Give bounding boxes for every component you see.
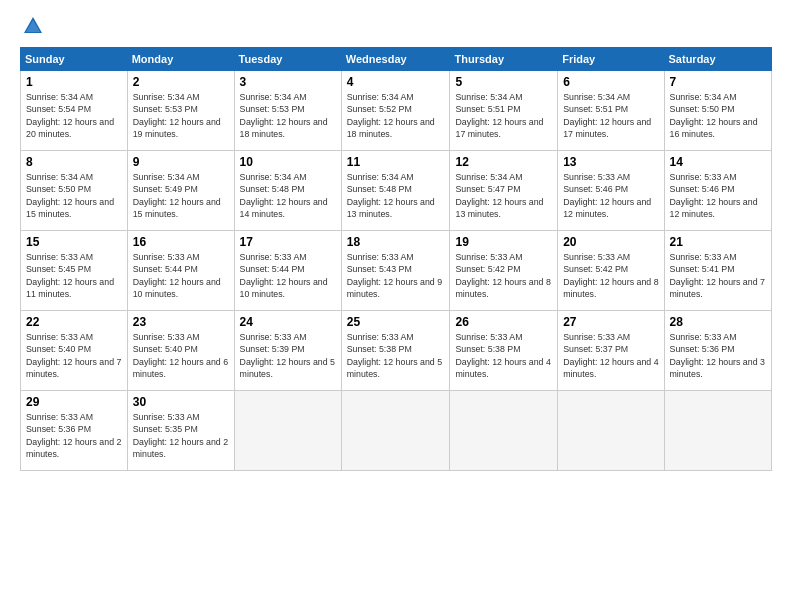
day-number: 24 — [240, 315, 336, 329]
day-number: 28 — [670, 315, 766, 329]
day-number: 9 — [133, 155, 229, 169]
day-info: Sunrise: 5:34 AMSunset: 5:48 PMDaylight:… — [347, 171, 445, 220]
logo — [20, 15, 44, 37]
day-number: 13 — [563, 155, 658, 169]
calendar-cell: 21Sunrise: 5:33 AMSunset: 5:41 PMDayligh… — [664, 231, 771, 311]
day-info: Sunrise: 5:33 AMSunset: 5:35 PMDaylight:… — [133, 411, 229, 460]
day-number: 6 — [563, 75, 658, 89]
day-number: 12 — [455, 155, 552, 169]
calendar-cell: 12Sunrise: 5:34 AMSunset: 5:47 PMDayligh… — [450, 151, 558, 231]
day-number: 8 — [26, 155, 122, 169]
day-number: 26 — [455, 315, 552, 329]
calendar-cell: 9Sunrise: 5:34 AMSunset: 5:49 PMDaylight… — [127, 151, 234, 231]
calendar-cell: 27Sunrise: 5:33 AMSunset: 5:37 PMDayligh… — [558, 311, 664, 391]
calendar-cell: 8Sunrise: 5:34 AMSunset: 5:50 PMDaylight… — [21, 151, 128, 231]
day-info: Sunrise: 5:34 AMSunset: 5:51 PMDaylight:… — [563, 91, 658, 140]
calendar-week-row: 1Sunrise: 5:34 AMSunset: 5:54 PMDaylight… — [21, 71, 772, 151]
day-number: 10 — [240, 155, 336, 169]
calendar-cell — [558, 391, 664, 471]
calendar-cell: 17Sunrise: 5:33 AMSunset: 5:44 PMDayligh… — [234, 231, 341, 311]
day-number: 5 — [455, 75, 552, 89]
day-info: Sunrise: 5:33 AMSunset: 5:42 PMDaylight:… — [455, 251, 552, 300]
calendar-cell: 6Sunrise: 5:34 AMSunset: 5:51 PMDaylight… — [558, 71, 664, 151]
day-number: 16 — [133, 235, 229, 249]
day-number: 19 — [455, 235, 552, 249]
calendar-cell: 22Sunrise: 5:33 AMSunset: 5:40 PMDayligh… — [21, 311, 128, 391]
header — [20, 15, 772, 37]
logo-icon — [22, 15, 44, 37]
day-number: 25 — [347, 315, 445, 329]
header-sunday: Sunday — [21, 48, 128, 71]
header-wednesday: Wednesday — [341, 48, 450, 71]
day-info: Sunrise: 5:34 AMSunset: 5:54 PMDaylight:… — [26, 91, 122, 140]
day-info: Sunrise: 5:34 AMSunset: 5:47 PMDaylight:… — [455, 171, 552, 220]
day-number: 11 — [347, 155, 445, 169]
calendar-cell: 24Sunrise: 5:33 AMSunset: 5:39 PMDayligh… — [234, 311, 341, 391]
calendar-cell — [450, 391, 558, 471]
day-number: 4 — [347, 75, 445, 89]
day-info: Sunrise: 5:33 AMSunset: 5:40 PMDaylight:… — [133, 331, 229, 380]
calendar-cell: 14Sunrise: 5:33 AMSunset: 5:46 PMDayligh… — [664, 151, 771, 231]
day-number: 17 — [240, 235, 336, 249]
day-number: 14 — [670, 155, 766, 169]
day-info: Sunrise: 5:33 AMSunset: 5:46 PMDaylight:… — [670, 171, 766, 220]
calendar-cell: 28Sunrise: 5:33 AMSunset: 5:36 PMDayligh… — [664, 311, 771, 391]
day-info: Sunrise: 5:33 AMSunset: 5:38 PMDaylight:… — [347, 331, 445, 380]
day-info: Sunrise: 5:34 AMSunset: 5:53 PMDaylight:… — [240, 91, 336, 140]
day-number: 2 — [133, 75, 229, 89]
day-number: 29 — [26, 395, 122, 409]
calendar-cell: 11Sunrise: 5:34 AMSunset: 5:48 PMDayligh… — [341, 151, 450, 231]
calendar-cell: 10Sunrise: 5:34 AMSunset: 5:48 PMDayligh… — [234, 151, 341, 231]
calendar-cell: 25Sunrise: 5:33 AMSunset: 5:38 PMDayligh… — [341, 311, 450, 391]
calendar-week-row: 15Sunrise: 5:33 AMSunset: 5:45 PMDayligh… — [21, 231, 772, 311]
day-info: Sunrise: 5:33 AMSunset: 5:39 PMDaylight:… — [240, 331, 336, 380]
calendar-cell: 30Sunrise: 5:33 AMSunset: 5:35 PMDayligh… — [127, 391, 234, 471]
header-saturday: Saturday — [664, 48, 771, 71]
day-info: Sunrise: 5:34 AMSunset: 5:53 PMDaylight:… — [133, 91, 229, 140]
calendar-cell: 15Sunrise: 5:33 AMSunset: 5:45 PMDayligh… — [21, 231, 128, 311]
header-tuesday: Tuesday — [234, 48, 341, 71]
calendar-table: SundayMondayTuesdayWednesdayThursdayFrid… — [20, 47, 772, 471]
day-info: Sunrise: 5:33 AMSunset: 5:36 PMDaylight:… — [26, 411, 122, 460]
day-info: Sunrise: 5:33 AMSunset: 5:42 PMDaylight:… — [563, 251, 658, 300]
page: SundayMondayTuesdayWednesdayThursdayFrid… — [0, 0, 792, 612]
day-info: Sunrise: 5:34 AMSunset: 5:50 PMDaylight:… — [26, 171, 122, 220]
day-number: 1 — [26, 75, 122, 89]
calendar-cell — [341, 391, 450, 471]
day-number: 22 — [26, 315, 122, 329]
header-friday: Friday — [558, 48, 664, 71]
header-thursday: Thursday — [450, 48, 558, 71]
calendar-week-row: 22Sunrise: 5:33 AMSunset: 5:40 PMDayligh… — [21, 311, 772, 391]
day-number: 18 — [347, 235, 445, 249]
day-info: Sunrise: 5:33 AMSunset: 5:45 PMDaylight:… — [26, 251, 122, 300]
day-number: 27 — [563, 315, 658, 329]
calendar-cell: 2Sunrise: 5:34 AMSunset: 5:53 PMDaylight… — [127, 71, 234, 151]
day-info: Sunrise: 5:33 AMSunset: 5:38 PMDaylight:… — [455, 331, 552, 380]
calendar-cell: 4Sunrise: 5:34 AMSunset: 5:52 PMDaylight… — [341, 71, 450, 151]
day-info: Sunrise: 5:34 AMSunset: 5:51 PMDaylight:… — [455, 91, 552, 140]
day-info: Sunrise: 5:33 AMSunset: 5:44 PMDaylight:… — [240, 251, 336, 300]
calendar-cell: 16Sunrise: 5:33 AMSunset: 5:44 PMDayligh… — [127, 231, 234, 311]
day-number: 21 — [670, 235, 766, 249]
calendar-cell: 23Sunrise: 5:33 AMSunset: 5:40 PMDayligh… — [127, 311, 234, 391]
calendar-cell — [664, 391, 771, 471]
calendar-cell: 26Sunrise: 5:33 AMSunset: 5:38 PMDayligh… — [450, 311, 558, 391]
day-number: 23 — [133, 315, 229, 329]
day-info: Sunrise: 5:34 AMSunset: 5:50 PMDaylight:… — [670, 91, 766, 140]
day-info: Sunrise: 5:33 AMSunset: 5:37 PMDaylight:… — [563, 331, 658, 380]
calendar-cell: 19Sunrise: 5:33 AMSunset: 5:42 PMDayligh… — [450, 231, 558, 311]
calendar-cell: 5Sunrise: 5:34 AMSunset: 5:51 PMDaylight… — [450, 71, 558, 151]
day-info: Sunrise: 5:33 AMSunset: 5:36 PMDaylight:… — [670, 331, 766, 380]
calendar-cell — [234, 391, 341, 471]
day-number: 7 — [670, 75, 766, 89]
calendar-cell: 18Sunrise: 5:33 AMSunset: 5:43 PMDayligh… — [341, 231, 450, 311]
day-number: 3 — [240, 75, 336, 89]
day-info: Sunrise: 5:33 AMSunset: 5:43 PMDaylight:… — [347, 251, 445, 300]
header-monday: Monday — [127, 48, 234, 71]
calendar-cell: 29Sunrise: 5:33 AMSunset: 5:36 PMDayligh… — [21, 391, 128, 471]
day-info: Sunrise: 5:34 AMSunset: 5:52 PMDaylight:… — [347, 91, 445, 140]
day-info: Sunrise: 5:33 AMSunset: 5:40 PMDaylight:… — [26, 331, 122, 380]
day-number: 30 — [133, 395, 229, 409]
calendar-cell: 7Sunrise: 5:34 AMSunset: 5:50 PMDaylight… — [664, 71, 771, 151]
calendar-cell: 20Sunrise: 5:33 AMSunset: 5:42 PMDayligh… — [558, 231, 664, 311]
